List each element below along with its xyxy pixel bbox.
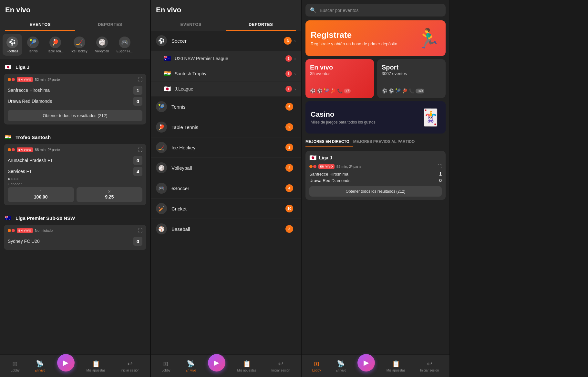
odds-btn-x[interactable]: X 9.25: [77, 187, 143, 202]
esport-icon: 🎮: [119, 37, 130, 48]
tennis-count: 6: [285, 103, 293, 111]
panel-events: En vivo EVENTOS DEPORTES ⚽ Football 🎾 Te…: [0, 0, 151, 377]
sport-item-soccer[interactable]: ⚽ Soccer 3 ›: [151, 31, 301, 51]
casino-banner[interactable]: Casino Miles de juegos para todos los gu…: [305, 101, 446, 134]
cards-row: En vivo 35 eventos ⚽ ⚽ 🎾 🏓 📞 +7 Sport 30…: [305, 59, 446, 98]
sport-card-icons: ⚽ ⚽ 🎾 🏓 📞 +40: [382, 88, 441, 93]
nav-login-1[interactable]: ↩ Iniciar sesión: [117, 359, 142, 373]
santosh-count: 1: [285, 70, 292, 77]
nav-login-3[interactable]: ↩ Iniciar sesión: [417, 359, 442, 373]
sport-item-icehockey[interactable]: 🏒 Ice Hockey 2: [151, 137, 301, 158]
team-score-services: 4: [133, 167, 142, 176]
nav-apuestas-3[interactable]: 📋 Mis apuestas: [383, 359, 409, 373]
sport-icon-tennis[interactable]: 🎾 Tennis: [23, 34, 43, 56]
panel2-tabs: EVENTOS DEPORTES: [156, 19, 296, 31]
live-card-title: En vivo: [310, 64, 369, 71]
league-section-nsw: 🇦🇺 Liga Premier Sub-20 NSW EN VIVO No In…: [0, 210, 150, 254]
search-input[interactable]: [320, 8, 441, 13]
league-header-santosh: 🇮🇳 Trofeo Santosh: [4, 133, 146, 141]
search-icon: 🔍: [310, 7, 316, 13]
sport-item-esoccer[interactable]: 🎮 eSoccer 4: [151, 178, 301, 199]
p3-dot-red: [313, 165, 316, 168]
volleyball-list-name: Volleyball: [171, 165, 285, 171]
sport-icon-volleyball[interactable]: 🏐 Volleyball: [92, 34, 112, 56]
panel2-header: En vivo EVENTOS DEPORTES: [151, 0, 301, 31]
promo-banner[interactable]: Regístrate Regístrate y obtén un bono de…: [305, 20, 446, 56]
all-results-btn-1[interactable]: Obtener todos los resultados (212): [8, 110, 142, 121]
nav-login-2[interactable]: ↩ Iniciar sesión: [268, 359, 293, 373]
tabletennis-list-icon: 🏓: [156, 122, 167, 133]
soccer-chevron: ›: [294, 38, 296, 43]
league-section-santosh: 🇮🇳 Trofeo Santosh EN VIVO 88 min, 2ª par…: [0, 129, 150, 210]
sub-league-u20nsw[interactable]: 🇦🇺 U20 NSW Premier League 1 ›: [151, 51, 301, 66]
match-header-nsw: EN VIVO No Iniciado ⛶: [8, 228, 142, 233]
nav-apuestas-2[interactable]: 📋 Mis apuestas: [234, 359, 260, 373]
live-card[interactable]: En vivo 35 eventos ⚽ ⚽ 🎾 🏓 📞 +7: [305, 59, 374, 98]
winner-label: Ganador:: [8, 182, 142, 186]
live-dots-2: [8, 148, 15, 151]
panel-lobby: 🔍 Regístrate Regístrate y obtén un bono …: [302, 0, 450, 377]
p3-dot-orange: [309, 165, 313, 168]
casino-illustration: 🃏: [420, 108, 440, 127]
fab-icon-3: ▶: [364, 359, 369, 367]
p3-league-name: Liga J: [319, 155, 332, 160]
nav-fab-1[interactable]: ▶: [57, 354, 75, 372]
sport-item-tabletennis[interactable]: 🏓 Table Tennis 2: [151, 117, 301, 137]
match-time-2: 88 min, 2ª parte: [35, 148, 60, 152]
nav-lobby-3[interactable]: ⊞ Lobby: [309, 359, 324, 373]
sport-item-tennis[interactable]: 🎾 Tennis 6: [151, 97, 301, 117]
live-dots-3: [8, 229, 15, 232]
sport-icon-football[interactable]: ⚽ Football: [3, 34, 22, 56]
live-sport-icon-2: ⚽: [317, 88, 322, 93]
nav-envivo-1[interactable]: 📡 En vivo: [31, 359, 48, 373]
bottom-nav-1: ⊞ Lobby 📡 En vivo ▶ 📋 Mis apuestas ↩ Ini…: [0, 354, 150, 377]
league-section-ligaj: 🇯🇵 Liga J EN VIVO 52 min, 2ª parte ⛶ San…: [0, 59, 150, 129]
sport-item-cricket[interactable]: 🏏 Cricket 10: [151, 199, 301, 219]
sport-item-volleyball[interactable]: 🏐 Volleyball 2: [151, 158, 301, 178]
sub-league-santosh[interactable]: 🇮🇳 Santosh Trophy 1 ›: [151, 66, 301, 81]
team-score-urawa: 0: [133, 97, 142, 106]
sport-card[interactable]: Sport 3007 eventos ⚽ ⚽ 🎾 🏓 📞 +40: [377, 59, 446, 98]
live-sport-icon-4: 🏓: [330, 88, 336, 93]
sport-icon-icehockey[interactable]: 🏒 Ice Hockey: [68, 34, 90, 56]
match-card-nsw: EN VIVO No Iniciado ⛶ Sydney FC U20 0: [4, 225, 146, 250]
p3-all-results-btn[interactable]: Obtener todos los resultados (212): [309, 186, 442, 197]
dot-2: [11, 178, 13, 180]
tab-mejores-directo[interactable]: MEJORES EN DIRECTO: [305, 137, 353, 147]
nav-apuestas-1[interactable]: 📋 Mis apuestas: [83, 359, 109, 373]
icehockey-list-icon: 🏒: [156, 142, 167, 153]
envivo-label-2: En vivo: [185, 369, 196, 372]
dot-1: [8, 178, 10, 180]
sport-item-baseball[interactable]: ⚾ Baseball 3: [151, 219, 301, 239]
nav-lobby-1[interactable]: ⊞ Lobby: [7, 359, 23, 373]
sport-icon-esport[interactable]: 🎮 ESport Fi...: [113, 34, 136, 56]
p3-league-header: 🇯🇵 Liga J: [309, 154, 442, 161]
panel1-title: En vivo: [5, 6, 145, 14]
dot-4: [16, 178, 18, 180]
tab-deportes-1[interactable]: DEPORTES: [75, 19, 145, 31]
nav-envivo-3[interactable]: 📡 En vivo: [332, 359, 349, 373]
apuestas-label-1: Mis apuestas: [87, 369, 106, 372]
team-row-hiroshima: Sanfrecce Hiroshima 1: [8, 85, 142, 96]
match-header-santosh: EN VIVO 88 min, 2ª parte ⛶: [8, 147, 142, 152]
panel1-tabs: EVENTOS DEPORTES: [5, 19, 145, 31]
team-score-hiroshima: 1: [133, 86, 142, 95]
nav-fab-3[interactable]: ▶: [357, 354, 375, 372]
tab-deportes-2[interactable]: DEPORTES: [226, 19, 296, 31]
u20nsw-flag: 🇦🇺: [164, 55, 171, 62]
team-row-services: Services FT 4: [8, 166, 142, 177]
tab-eventos-1[interactable]: EVENTOS: [5, 19, 75, 31]
match-card-santosh: EN VIVO 88 min, 2ª parte ⛶ Arunachal Pra…: [4, 144, 146, 205]
fab-icon-1: ▶: [63, 359, 68, 367]
casino-title: Casino: [311, 110, 420, 119]
tab-mejores-previos[interactable]: MEJORES PREVIOS AL PARTIDO: [353, 137, 418, 147]
soccer-list-icon: ⚽: [156, 35, 167, 46]
sub-league-jleague[interactable]: 🇯🇵 J.League 1 ›: [151, 81, 301, 97]
panel2-title: En vivo: [156, 6, 296, 14]
nav-fab-2[interactable]: ▶: [208, 354, 225, 372]
tab-eventos-2[interactable]: EVENTOS: [156, 19, 226, 31]
nav-envivo-2[interactable]: 📡 En vivo: [182, 359, 199, 373]
sport-icon-tabletennis[interactable]: 🏓 Table Ten...: [44, 34, 67, 56]
nav-lobby-2[interactable]: ⊞ Lobby: [158, 359, 173, 373]
odds-btn-1[interactable]: 1 100.00: [8, 187, 74, 202]
